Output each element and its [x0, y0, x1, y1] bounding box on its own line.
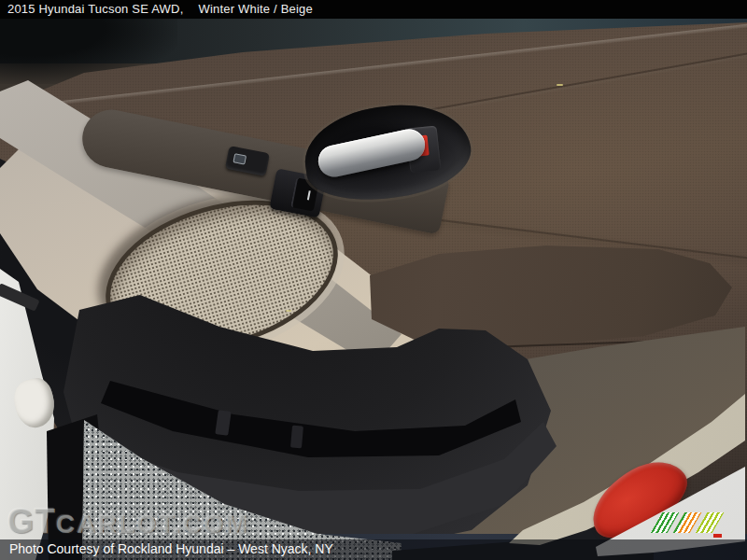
gtcarlot-logo: [654, 511, 726, 540]
watermark-gt: GT: [7, 502, 56, 540]
dust-speck: [286, 310, 291, 312]
watermark: GTCARLOT.COM: [7, 502, 249, 541]
watermark-rest: CARLOT.COM: [56, 510, 249, 539]
mirror-switch-icon: [233, 153, 247, 164]
photo-credit-bar: Photo Courtesy of Rockland Hyundai – Wes…: [0, 539, 747, 560]
logo-red-mark: [713, 534, 722, 538]
vehicle-color: Winter White / Beige: [198, 2, 313, 16]
title-bar: 2015 Hyundai Tucson SE AWD,Winter White …: [0, 0, 747, 19]
vehicle-title: 2015 Hyundai Tucson SE AWD,: [7, 2, 183, 16]
car-door-photo: GTCARLOT.COM: [0, 19, 747, 560]
photo-credit-text: Photo Courtesy of Rockland Hyundai – Wes…: [9, 541, 333, 556]
dust-speck: [557, 84, 563, 86]
pocket-divider: [290, 426, 303, 449]
photo-page: 2015 Hyundai Tucson SE AWD,Winter White …: [0, 0, 747, 560]
